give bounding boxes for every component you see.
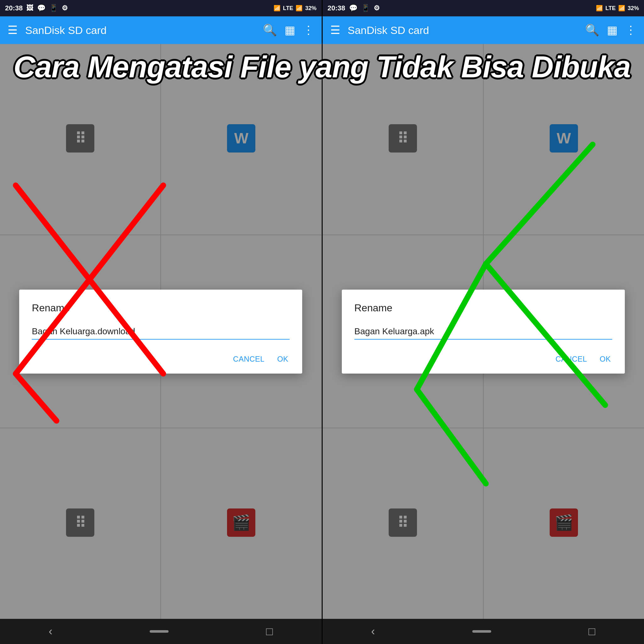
cancel-button-left[interactable]: CANCEL (232, 352, 266, 366)
grid-icon-right[interactable]: ▦ (607, 24, 618, 37)
more-icon-left[interactable]: ⋮ (303, 24, 314, 37)
left-screen: 20:38 🖼 💬 📱 ⚙ 📶 LTE 📶 32% ☰ SanDisk SD c… (0, 0, 322, 644)
nav-bar-left: ‹ □ (0, 619, 322, 644)
lte-label-r: LTE (605, 5, 616, 12)
home-icon-right[interactable] (472, 630, 491, 633)
status-bar-right: 20:38 💬 📱 ⚙ 📶 LTE 📶 32% (323, 0, 644, 16)
dialog-overlay-right: Rename CANCEL OK (323, 44, 644, 619)
ok-button-left[interactable]: OK (276, 352, 290, 366)
status-right-right: 📶 LTE 📶 32% (596, 5, 639, 12)
settings-icon: ⚙ (62, 4, 68, 12)
dialog-title-left: Rename (32, 302, 290, 314)
battery-right: 32% (628, 5, 639, 12)
line-icon-r: 📱 (361, 4, 370, 12)
signal-icon: 📶 (274, 5, 280, 12)
lte-label: LTE (283, 5, 293, 12)
time-left: 20:38 (5, 4, 23, 12)
status-left-right: 20:38 💬 📱 ⚙ (328, 4, 380, 12)
app-title-left: SanDisk SD card (25, 24, 255, 36)
right-screen: 20:38 💬 📱 ⚙ 📶 LTE 📶 32% ☰ SanDisk SD car… (322, 0, 644, 644)
whatsapp-icon-r: 💬 (349, 4, 358, 12)
app-bar-right: ☰ SanDisk SD card 🔍 ▦ ⋮ (323, 16, 644, 44)
nav-bar-right: ‹ □ (323, 619, 644, 644)
whatsapp-icon: 💬 (37, 4, 46, 12)
dialog-title-right: Rename (354, 302, 612, 314)
search-icon-left[interactable]: 🔍 (263, 24, 277, 37)
photo-icon: 🖼 (26, 4, 33, 12)
status-left: 20:38 🖼 💬 📱 ⚙ (5, 4, 68, 12)
dialog-actions-left: CANCEL OK (32, 352, 290, 366)
line-icon: 📱 (49, 4, 58, 12)
ok-button-right[interactable]: OK (598, 352, 612, 366)
back-icon-right[interactable]: ‹ (371, 625, 375, 638)
file-grid-left: ⠿ W P Bagan Keluarga.pptx 156 kB Oct 3, … (0, 44, 322, 619)
file-grid-right: ⠿ W P Bagan Keluarga.pptx 156 kB Oct 3, … (323, 44, 644, 619)
rename-dialog-left: Rename CANCEL OK (19, 290, 302, 374)
settings-icon-r: ⚙ (374, 4, 380, 12)
hamburger-icon-right[interactable]: ☰ (330, 24, 340, 37)
home-icon-left[interactable] (150, 630, 169, 633)
status-bar-left: 20:38 🖼 💬 📱 ⚙ 📶 LTE 📶 32% (0, 0, 322, 16)
recent-icon-right[interactable]: □ (588, 625, 595, 638)
wifi-icon: 📶 (296, 5, 303, 12)
dialog-overlay-left: Rename CANCEL OK (0, 44, 322, 619)
hamburger-icon-left[interactable]: ☰ (8, 24, 18, 37)
rename-dialog-right: Rename CANCEL OK (342, 290, 625, 374)
wifi-icon-r: 📶 (618, 5, 625, 12)
battery-left: 32% (305, 5, 316, 12)
cancel-button-right[interactable]: CANCEL (554, 352, 588, 366)
grid-icon-left[interactable]: ▦ (285, 24, 295, 37)
rename-input-right[interactable] (354, 324, 612, 340)
signal-icon-r: 📶 (596, 5, 603, 12)
time-right: 20:38 (328, 4, 345, 12)
app-title-right: SanDisk SD card (348, 24, 578, 36)
search-icon-right[interactable]: 🔍 (585, 24, 599, 37)
app-bar-left: ☰ SanDisk SD card 🔍 ▦ ⋮ (0, 16, 322, 44)
back-icon-left[interactable]: ‹ (49, 625, 53, 638)
recent-icon-left[interactable]: □ (266, 625, 273, 638)
dialog-actions-right: CANCEL OK (354, 352, 612, 366)
status-right-left: 📶 LTE 📶 32% (274, 5, 317, 12)
more-icon-right[interactable]: ⋮ (625, 24, 636, 37)
rename-input-left[interactable] (32, 324, 290, 340)
